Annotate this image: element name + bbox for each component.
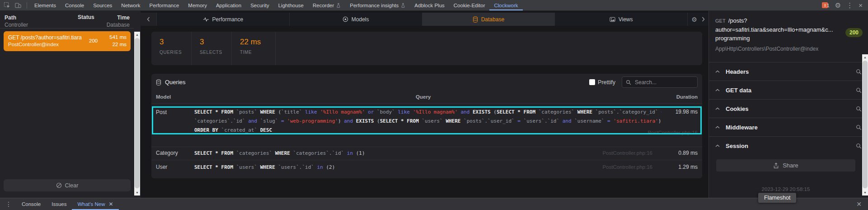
drawer-tab-issues[interactable]: Issues	[46, 198, 72, 210]
share-icon	[773, 162, 779, 169]
query-model: Category	[156, 150, 178, 156]
search-icon[interactable]	[856, 143, 862, 149]
request-timestamp: 2023-12-29 20:58:15	[709, 186, 863, 192]
chevron-up-icon	[715, 126, 720, 129]
tab-cookie-editor[interactable]: Cookie-Editor	[449, 0, 490, 10]
close-tab-icon[interactable]: ✕	[108, 201, 113, 207]
tab-performance[interactable]: Performance	[145, 0, 184, 10]
drawer-kebab-menu-icon[interactable]: ⋮	[0, 198, 16, 210]
query-row-category: Category SELECT * FROM `categories` WHER…	[151, 147, 702, 160]
chevron-up-icon	[715, 89, 720, 91]
query-search[interactable]	[622, 76, 698, 88]
section-middleware[interactable]: Middleware	[709, 118, 868, 136]
scroll-down-icon[interactable]: ▼	[134, 190, 140, 196]
tab-network[interactable]: Network	[117, 0, 145, 10]
sidebar-scrollbar[interactable]: ▲ ▼	[134, 32, 140, 196]
query-row-user: User SELECT * FROM `users` WHERE `users`…	[151, 160, 702, 174]
stat-selects: 3 SELECTS	[192, 32, 232, 65]
toolbar-separator	[27, 2, 27, 9]
search-icon[interactable]	[856, 69, 862, 75]
queries-title: Queries	[165, 79, 186, 86]
section-get-data[interactable]: GET data	[709, 81, 868, 99]
search-icon[interactable]	[856, 124, 862, 130]
scroll-up-icon[interactable]: ▲	[862, 54, 868, 60]
request-list-item-selected[interactable]: GET /posts?author=safitri.tiara PostCont…	[4, 31, 131, 51]
search-icon[interactable]	[856, 106, 862, 112]
settings-gear-icon[interactable]: ⚙	[835, 2, 841, 9]
scroll-down-icon[interactable]: ▼	[862, 190, 868, 196]
tabs-scroll-right[interactable]	[702, 17, 705, 22]
prettify-checkbox[interactable]	[589, 79, 595, 85]
tab-memory[interactable]: Memory	[183, 0, 211, 10]
database-icon	[156, 79, 161, 86]
column-controller: Controller	[5, 22, 28, 28]
clear-requests-button[interactable]: Clear	[4, 179, 131, 191]
request-status: 200	[89, 38, 98, 43]
tab-recorder[interactable]: Recorder	[308, 0, 345, 10]
clockwork-tab-models[interactable]: Models	[290, 13, 422, 26]
query-model: Post	[156, 109, 167, 115]
search-input[interactable]	[634, 79, 694, 86]
queries-header: Queries Prettify	[151, 74, 702, 91]
clockwork-tab-views[interactable]: Views	[555, 13, 688, 26]
section-session[interactable]: Session	[709, 136, 868, 155]
query-file-ref: PostController.php:16	[602, 150, 652, 156]
scrollbar-thumb[interactable]	[135, 38, 140, 188]
query-duration: 1.29 ms	[678, 164, 698, 170]
tabbar-actions: ⚙	[688, 13, 708, 26]
column-query: Query	[416, 94, 431, 100]
column-model: Model	[156, 94, 171, 100]
waveform-icon	[203, 17, 209, 22]
search-icon	[626, 80, 631, 85]
query-sql: SELECT * FROM `posts` WHERE (`title` lik…	[194, 108, 662, 135]
scrollbar-thumb[interactable]	[863, 61, 868, 188]
tab-clockwork[interactable]: Clockwork	[489, 0, 522, 10]
tab-performance-insights[interactable]: Performance insights	[345, 0, 410, 10]
search-icon[interactable]	[856, 87, 862, 93]
request-url: GET/posts? author=safitri.tiara&search=I…	[715, 16, 838, 43]
clockwork-tabbar: Performance Models Database Views ⚙	[141, 13, 708, 26]
request-controller: PostController@index	[8, 42, 59, 47]
prohibition-icon	[56, 182, 62, 188]
status-badge: 200	[845, 28, 863, 37]
query-duration: 19.98 ms	[676, 109, 698, 115]
inspect-element-icon[interactable]	[4, 2, 10, 9]
drawer-tab-console[interactable]: Console	[16, 198, 46, 210]
column-path: Path	[5, 14, 16, 21]
tabs-scroll-left[interactable]	[141, 13, 157, 26]
devtools-window: Elements Console Sources Network Perform…	[0, 0, 868, 210]
tab-sources[interactable]: Sources	[89, 0, 117, 10]
flameshot-tooltip: Flameshot	[758, 193, 796, 203]
models-target-icon	[343, 16, 348, 22]
error-counter[interactable]: !1	[822, 2, 829, 8]
kebab-menu-icon[interactable]: ⋮	[846, 2, 853, 9]
views-image-icon	[610, 17, 615, 22]
section-headers[interactable]: Headers	[709, 62, 868, 81]
device-toolbar-icon[interactable]	[15, 2, 21, 9]
clockwork-tab-performance[interactable]: Performance	[157, 13, 290, 26]
share-label: Share	[783, 162, 798, 169]
queries-panel: Queries Prettify Model Query Duration Po…	[151, 74, 702, 178]
clockwork-settings-icon[interactable]: ⚙	[691, 16, 697, 23]
query-row-post: Post SELECT * FROM `posts` WHERE (`title…	[151, 104, 702, 147]
tab-console[interactable]: Console	[61, 0, 89, 10]
tab-security[interactable]: Security	[246, 0, 274, 10]
tab-application[interactable]: Application	[211, 0, 246, 10]
tab-elements[interactable]: Elements	[30, 0, 61, 10]
tab-adblock-plus[interactable]: Adblock Plus	[410, 0, 449, 10]
toolbar-right-icons: !1 ⚙ ⋮ ×	[822, 0, 868, 10]
request-method: GET	[715, 18, 726, 24]
scroll-up-icon[interactable]: ▲	[134, 32, 140, 38]
query-model: User	[156, 164, 167, 170]
close-drawer-icon[interactable]: ✕	[856, 198, 868, 210]
tab-lighthouse[interactable]: Lighthouse	[274, 0, 308, 10]
share-button[interactable]: Share	[716, 159, 855, 172]
drawer-tab-whats-new[interactable]: What's New ✕	[72, 198, 118, 210]
close-devtools-icon[interactable]: ×	[859, 2, 863, 9]
query-file-ref: PostController.php:16	[647, 130, 698, 135]
details-scrollbar[interactable]: ▲ ▼	[862, 54, 868, 196]
clockwork-tab-database[interactable]: Database	[422, 13, 555, 26]
prettify-toggle[interactable]: Prettify	[589, 79, 615, 86]
column-database: Database	[107, 22, 130, 28]
section-cookies[interactable]: Cookies	[709, 99, 868, 118]
